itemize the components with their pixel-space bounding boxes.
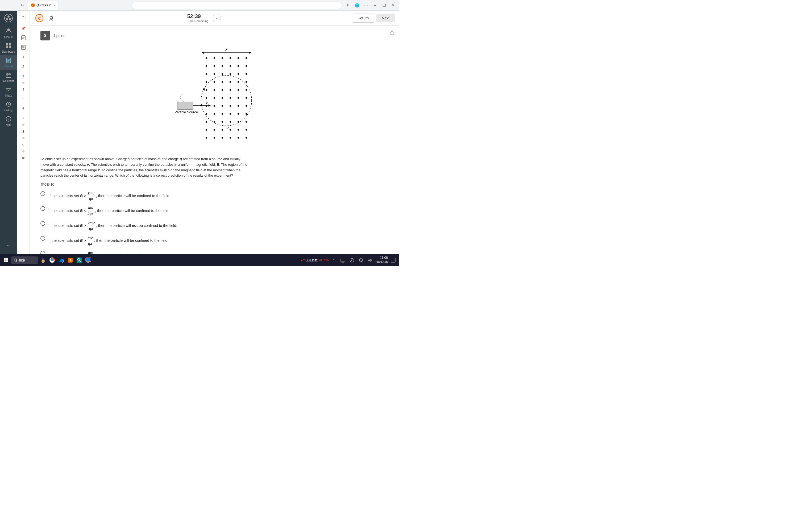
quiz-nav-item-8[interactable]: 8 (19, 127, 28, 136)
radio-a[interactable] (40, 191, 45, 196)
pin-button[interactable] (390, 30, 395, 36)
nav-refresh-button[interactable]: ↻ (19, 2, 25, 8)
svg-point-50 (238, 65, 239, 67)
sidebar-item-history[interactable]: History (0, 99, 17, 114)
rocket-icon[interactable] (46, 13, 56, 23)
quiz-nav-item-9[interactable]: 9 (19, 140, 28, 149)
svg-point-80 (238, 105, 239, 107)
svg-rect-140 (341, 259, 345, 262)
stock-change: +0.32% (319, 259, 329, 262)
svg-point-63 (246, 81, 247, 83)
radio-e[interactable] (40, 251, 45, 254)
svg-point-100 (206, 137, 207, 138)
svg-point-51 (246, 65, 247, 67)
svg-point-44 (238, 57, 239, 59)
quiz-nav-toggle[interactable]: →| (20, 13, 27, 20)
sidebar-item-dashboard[interactable]: Dashboard (0, 41, 17, 55)
quiz-nav-item-5[interactable]: 5 (19, 95, 28, 103)
tray-shield-icon[interactable] (348, 256, 356, 264)
svg-point-3 (7, 15, 10, 18)
sidebar-item-inbox[interactable]: Inbox (0, 84, 17, 99)
svg-point-129 (51, 259, 53, 261)
answer-choice-e[interactable]: If the scientists set B = mv2qx , then t… (40, 250, 248, 254)
quiz-nav-item-3[interactable]: 3 (19, 72, 28, 80)
quiz-nav-item-6[interactable]: 6 (19, 104, 28, 113)
nav-forward-button[interactable]: › (11, 2, 17, 8)
svg-text:V: V (226, 126, 229, 130)
nav-back-button[interactable]: ‹ (2, 2, 8, 8)
sidebar-label-calendar: Calendar (3, 79, 14, 82)
quiz-nav-doc2-icon[interactable] (19, 43, 28, 52)
svg-point-77 (214, 105, 215, 107)
quiz-nav-item-7[interactable]: 7 (19, 114, 28, 122)
question-header: 3 1 point (40, 31, 388, 40)
taskbar-java-icon[interactable]: J (66, 256, 74, 264)
radio-b[interactable] (40, 206, 45, 211)
next-button[interactable]: Next (376, 14, 395, 22)
svg-point-45 (246, 57, 247, 59)
notification-panel-button[interactable] (390, 256, 397, 264)
taskbar-time[interactable]: 11:06 2024/9/6 (375, 256, 388, 264)
tray-refresh-icon[interactable] (357, 256, 365, 264)
sidebar-logo[interactable] (3, 13, 14, 23)
download-button[interactable]: ⬇ (344, 2, 352, 9)
sidebar: Account Dashboard (0, 11, 17, 254)
sidebar-item-help[interactable]: ? Help (0, 114, 17, 129)
sidebar-item-account[interactable]: Account (0, 25, 17, 41)
svg-point-48 (222, 65, 223, 67)
tab-close-button[interactable]: ✕ (53, 4, 55, 7)
svg-point-85 (230, 113, 231, 115)
answer-choice-d[interactable]: If the scientists set B > mvqx , then th… (40, 235, 248, 246)
more-button[interactable]: ⋯ (362, 2, 370, 9)
svg-text:C: C (38, 16, 41, 20)
windows-start-button[interactable] (2, 256, 10, 264)
svg-rect-116 (4, 258, 5, 260)
globe-button[interactable]: 🌐 (353, 2, 361, 9)
answer-choice-b[interactable]: If the scientists set B < mv2qx , then t… (40, 206, 248, 216)
maximize-button[interactable]: ❐ (380, 2, 388, 9)
quiz-area: 3 1 point x (30, 25, 399, 254)
quiz-nav-item-4[interactable]: 4 (19, 85, 28, 94)
answer-choice-a[interactable]: If the scientists set B > 2mvqx , then t… (40, 191, 248, 201)
question-text: Scientists set up an experiment as shown… (40, 156, 248, 178)
svg-point-72 (222, 97, 223, 99)
taskbar-search[interactable]: 搜索 (11, 256, 38, 264)
radio-c[interactable] (40, 221, 45, 226)
svg-rect-9 (6, 46, 8, 48)
taskbar-chrome-icon[interactable] (49, 256, 56, 264)
taskbar-bird-icon[interactable] (39, 256, 47, 264)
canvas-logo[interactable]: C (34, 13, 45, 23)
sidebar-item-courses[interactable]: Courses (0, 55, 17, 70)
svg-point-74 (238, 97, 239, 99)
radio-d[interactable] (40, 236, 45, 241)
quiz-nav-dot-10 (22, 150, 24, 152)
sidebar-label-account: Account (4, 36, 13, 39)
taskbar-search2-icon[interactable] (76, 256, 83, 264)
svg-rect-20 (6, 88, 11, 92)
tray-speaker-icon[interactable] (366, 256, 374, 264)
return-button[interactable]: Return (352, 14, 374, 23)
tray-chevron[interactable]: ^ (330, 256, 338, 264)
quiz-nav-item-2[interactable]: 2 (19, 62, 28, 71)
account-icon (5, 28, 12, 35)
address-bar[interactable] (132, 2, 342, 9)
stock-info: 上证指数 +0.32% (301, 258, 329, 262)
diagram-container: x (40, 45, 388, 151)
quiz-nav-doc-icon[interactable] (19, 34, 28, 42)
sidebar-item-calendar[interactable]: Calendar (0, 70, 17, 84)
taskbar-monitor-icon[interactable] (84, 256, 92, 264)
browser-tab[interactable]: C Quizzes 2 ✕ (28, 1, 59, 10)
tray-network-icon[interactable] (339, 256, 347, 264)
sidebar-collapse-button[interactable]: ← (0, 241, 17, 250)
taskbar-edge-icon[interactable] (57, 256, 65, 264)
quiz-nav-item-10[interactable]: 10 (19, 154, 28, 162)
timer-toggle-button[interactable]: ‹ (212, 14, 221, 22)
svg-point-98 (238, 129, 239, 131)
quiz-nav-item-1[interactable]: 1 (19, 53, 28, 61)
svg-point-92 (238, 121, 239, 122)
answer-choice-c[interactable]: If the scientists set B > 2mvqx , then t… (40, 221, 248, 231)
quiz-nav-pin-icon[interactable]: 📌 (19, 24, 28, 33)
close-button[interactable]: ✕ (390, 2, 397, 9)
minimize-button[interactable]: − (371, 2, 379, 9)
timer-label: Time Remaining (187, 19, 209, 23)
